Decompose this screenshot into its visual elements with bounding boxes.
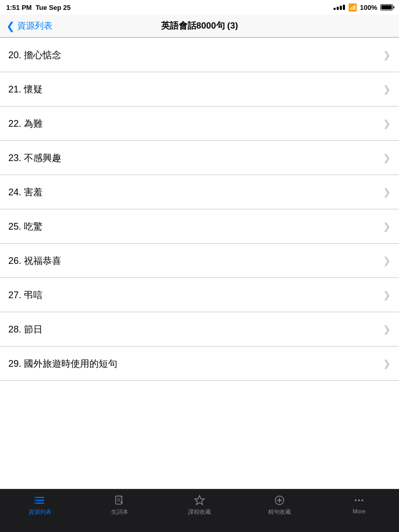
- wifi-icon: 📶: [348, 3, 357, 11]
- list-item-text: 26. 祝福恭喜: [8, 255, 61, 267]
- tab-course[interactable]: 課程收藏: [159, 495, 240, 516]
- list-item-text: 20. 擔心惦念: [8, 49, 61, 61]
- chevron-right-icon: ❯: [383, 84, 391, 95]
- svg-point-13: [355, 499, 357, 501]
- item-21[interactable]: 21. 懷疑 ❯: [0, 72, 399, 107]
- item-29[interactable]: 29. 國外旅遊時使用的短句 ❯: [0, 347, 399, 381]
- svg-point-15: [362, 499, 364, 501]
- battery-percent: 100%: [360, 4, 377, 11]
- tab-phrase-label: 精句收藏: [268, 508, 291, 516]
- tab-vocab-label: 生詞本: [111, 508, 128, 516]
- svg-rect-0: [36, 497, 45, 498]
- item-27[interactable]: 27. 弔唁 ❯: [0, 278, 399, 312]
- svg-rect-1: [36, 500, 45, 501]
- list-item-text: 25. 吃驚: [8, 220, 43, 233]
- list-item-text: 29. 國外旅遊時使用的短句: [8, 357, 117, 370]
- tab-more-label: More: [353, 508, 366, 514]
- svg-marker-9: [195, 496, 204, 504]
- svg-rect-4: [34, 500, 35, 501]
- chevron-right-icon: ❯: [383, 289, 391, 301]
- status-indicators: 📶 100%: [334, 3, 393, 11]
- tab-resource-label: 資源列表: [29, 508, 51, 516]
- edit-icon: [113, 495, 126, 506]
- tab-course-label: 課程收藏: [188, 508, 211, 516]
- list-item-text: 22. 為難: [8, 117, 43, 130]
- tab-vocab[interactable]: 生詞本: [80, 495, 160, 516]
- list-item-text: 28. 節日: [8, 323, 43, 336]
- chevron-right-icon: ❯: [383, 358, 391, 369]
- item-22[interactable]: 22. 為難 ❯: [0, 107, 399, 141]
- star-icon: [193, 495, 206, 506]
- plus-cross-icon: [273, 495, 286, 506]
- item-24[interactable]: 24. 害羞 ❯: [0, 175, 399, 209]
- item-23[interactable]: 23. 不感興趣 ❯: [0, 141, 399, 175]
- svg-rect-3: [34, 497, 35, 498]
- item-28[interactable]: 28. 節日 ❯: [0, 312, 399, 347]
- chevron-right-icon: ❯: [383, 324, 391, 335]
- item-26[interactable]: 26. 祝福恭喜 ❯: [0, 244, 399, 278]
- list-container: 20. 擔心惦念 ❯ 21. 懷疑 ❯ 22. 為難 ❯ 23. 不感興趣 ❯ …: [0, 37, 399, 489]
- list-icon: [34, 495, 46, 506]
- svg-point-14: [358, 499, 360, 501]
- chevron-right-icon: ❯: [383, 49, 391, 61]
- tab-resource[interactable]: 資源列表: [0, 495, 80, 516]
- chevron-right-icon: ❯: [383, 221, 391, 232]
- list-item-text: 24. 害羞: [8, 186, 43, 198]
- chevron-right-icon: ❯: [383, 187, 391, 198]
- chevron-right-icon: ❯: [383, 255, 391, 267]
- back-chevron-icon: ❮: [6, 21, 15, 31]
- tab-phrase[interactable]: 精句收藏: [240, 495, 320, 516]
- item-25[interactable]: 25. 吃驚 ❯: [0, 209, 399, 244]
- list-item-text: 23. 不感興趣: [8, 152, 61, 164]
- back-button[interactable]: ❮ 資源列表: [6, 20, 52, 32]
- back-label: 資源列表: [17, 20, 52, 32]
- status-bar: 1:51 PM Tue Sep 25 📶 100%: [0, 0, 399, 15]
- battery-icon: [380, 4, 393, 10]
- svg-rect-6: [116, 496, 122, 504]
- nav-title: 英語會話8000句 (3): [161, 20, 238, 32]
- tab-more[interactable]: More: [319, 495, 399, 514]
- nav-bar: ❮ 資源列表 英語會話8000句 (3): [0, 15, 399, 37]
- signal-icon: [334, 5, 345, 10]
- chevron-right-icon: ❯: [383, 152, 391, 164]
- item-20[interactable]: 20. 擔心惦念 ❯: [0, 38, 399, 72]
- svg-rect-2: [36, 503, 45, 504]
- tab-bar: 資源列表 生詞本 課程收藏 精句收藏 More: [0, 489, 399, 532]
- list-item-text: 21. 懷疑: [8, 83, 43, 96]
- svg-rect-5: [34, 503, 35, 504]
- list-item-text: 27. 弔唁: [8, 289, 43, 301]
- status-time-date: 1:51 PM Tue Sep 25: [6, 4, 71, 11]
- more-icon: [353, 495, 365, 506]
- chevron-right-icon: ❯: [383, 118, 391, 129]
